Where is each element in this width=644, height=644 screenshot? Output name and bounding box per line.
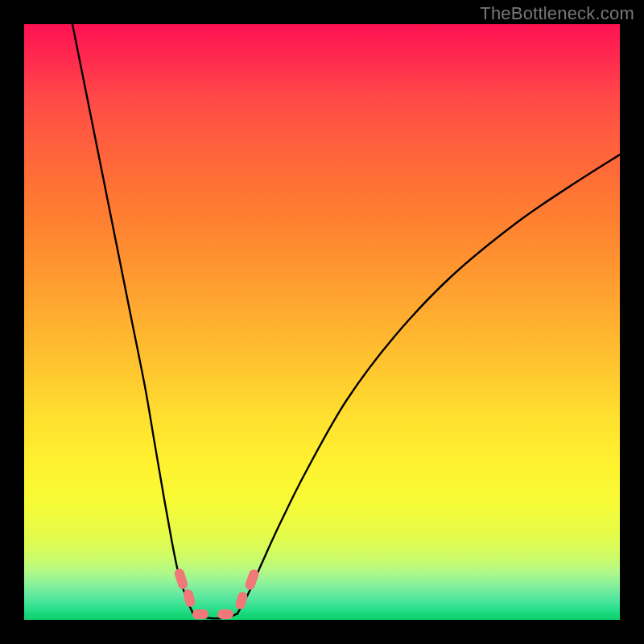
chart-frame: TheBottleneck.com — [0, 0, 644, 644]
marker-right-upper — [244, 568, 260, 592]
marker-floor-left — [192, 609, 208, 619]
marker-left-upper — [173, 568, 188, 590]
curve-layer — [24, 24, 620, 620]
bottleneck-curve — [72, 24, 620, 618]
watermark-text: TheBottleneck.com — [480, 3, 634, 24]
marker-floor-right — [217, 609, 233, 619]
valley-markers — [173, 568, 260, 619]
plot-area — [24, 24, 620, 620]
marker-right-lower — [234, 591, 249, 610]
